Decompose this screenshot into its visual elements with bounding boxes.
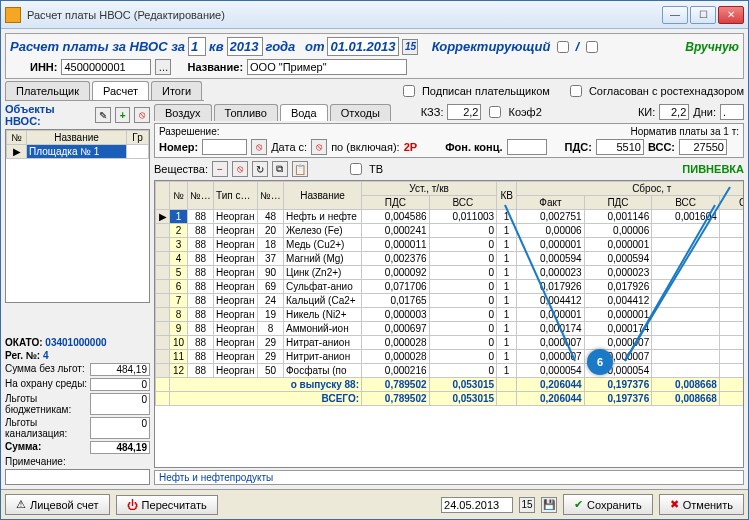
inn-input[interactable] — [61, 59, 151, 75]
cross-icon: ✖ — [670, 498, 679, 511]
pds-input[interactable] — [596, 139, 644, 155]
recalc-button[interactable]: ⏻Пересчитать — [116, 495, 218, 515]
permit-clear-icon[interactable]: ⦸ — [251, 139, 267, 155]
grid-row[interactable]: 288Неорган20Железо (Fe)0,000241010,00006… — [156, 224, 745, 238]
permit-number-input[interactable] — [202, 139, 247, 155]
account-button[interactable]: ⚠Лицевой счет — [5, 494, 110, 515]
grid-row[interactable]: 1288Неорган50Фосфаты (по0,000216010,0000… — [156, 364, 745, 378]
vss-label: ВСС: — [648, 141, 675, 153]
grid-row[interactable]: 988Неорган8Аммоний-ион0,000697010,000174… — [156, 322, 745, 336]
ohr-label: На охрану среды: — [5, 378, 87, 391]
from-label: от — [305, 39, 325, 54]
cancel-button[interactable]: ✖Отменить — [659, 494, 744, 515]
annotation-badge: 6 — [587, 349, 613, 375]
ki-input[interactable] — [659, 104, 689, 120]
kz-label: КЗЗ: — [421, 106, 444, 118]
date-picker-icon[interactable]: 15 — [402, 39, 418, 55]
quarter-unit: кв — [209, 39, 223, 54]
koef2-checkbox[interactable] — [489, 106, 501, 118]
date-to-label: по (включая): — [331, 141, 400, 153]
grid-footer-note: Нефть и нефтепродукты — [154, 470, 744, 485]
pds-label: ПДС: — [565, 141, 592, 153]
dni-label: Дни: — [693, 106, 716, 118]
sub-paste-icon[interactable]: 📋 — [292, 161, 308, 177]
correcting-checkbox-2[interactable] — [586, 41, 598, 53]
objects-label: Объекты НВОС: — [5, 103, 91, 127]
permit-number-label: Номер: — [159, 141, 198, 153]
correcting-label: Корректирующий — [432, 39, 551, 54]
col-gr: Гр — [127, 131, 149, 145]
sub-tab-3[interactable]: Отходы — [330, 104, 391, 121]
grid-row[interactable]: 1188Неорган29Нитрит-анион0,000028010,000… — [156, 350, 745, 364]
grid-row[interactable]: 588Неорган90Цинк (Zn2+)0,000092010,00002… — [156, 266, 745, 280]
grid-row[interactable]: 888Неорган19Никель (Ni2+0,000003010,0000… — [156, 308, 745, 322]
close-button[interactable]: ✕ — [718, 6, 744, 24]
lgb-label: Льготы бюджетникам: — [5, 393, 90, 415]
agreed-checkbox[interactable] — [570, 85, 582, 97]
objects-grid[interactable]: № Название Гр ▶ Площадка № 1 — [5, 129, 150, 303]
sub-refresh-icon[interactable]: ↻ — [252, 161, 268, 177]
lgk-value: 0 — [90, 417, 150, 439]
from-date-input[interactable] — [327, 37, 399, 56]
objects-del-icon[interactable]: ⦸ — [134, 107, 150, 123]
main-tab-1[interactable]: Расчет — [92, 81, 149, 100]
manual-label: Вручную — [685, 40, 739, 54]
sub-remove-icon[interactable]: − — [212, 161, 228, 177]
okato-value: 03401000000 — [45, 337, 106, 348]
grid-row[interactable]: 488Неорган37Магний (Mg)0,002376010,00059… — [156, 252, 745, 266]
footer-date-picker-icon[interactable]: 15 — [519, 497, 535, 513]
sub-tab-2[interactable]: Вода — [280, 104, 328, 121]
save-button[interactable]: ✔Сохранить — [563, 494, 653, 515]
year-input[interactable] — [227, 37, 263, 56]
minimize-button[interactable]: — — [662, 6, 688, 24]
sub-tab-0[interactable]: Воздух — [154, 104, 212, 121]
main-tab-2[interactable]: Итоги — [151, 81, 202, 100]
correcting-checkbox[interactable] — [557, 41, 569, 53]
objects-add-icon[interactable]: + — [115, 107, 131, 123]
kz-input[interactable] — [447, 104, 481, 120]
company-name-input[interactable] — [247, 59, 407, 75]
col-name: Название — [27, 131, 127, 145]
sum-label: Сумма: — [5, 441, 41, 454]
tv-label: ТВ — [369, 163, 383, 175]
sub-copy-icon[interactable]: ⧉ — [272, 161, 288, 177]
inn-lookup-button[interactable]: … — [155, 59, 171, 75]
maximize-button[interactable]: ☐ — [690, 6, 716, 24]
inn-label: ИНН: — [30, 61, 57, 73]
perm-label: Разрешение: — [159, 126, 220, 137]
grid-row[interactable]: 688Неорган69Сульфат-анио0,071706010,0179… — [156, 280, 745, 294]
norm-label: Норматив платы за 1 т: — [630, 126, 739, 137]
footer-date-input[interactable] — [441, 497, 513, 513]
objects-edit-icon[interactable]: ✎ — [95, 107, 111, 123]
lgb-value: 0 — [90, 393, 150, 415]
sub-ban-icon[interactable]: ⦸ — [232, 161, 248, 177]
sub-tabs: ВоздухТопливоВодаОтходы — [154, 104, 393, 121]
sum-value: 484,19 — [90, 441, 150, 454]
header-prefix: Расчет платы за НВОС за — [10, 39, 185, 54]
fon-label: Фон. конц. — [445, 141, 502, 153]
vss-input[interactable] — [679, 139, 727, 155]
fon-input[interactable] — [507, 139, 547, 155]
power-icon: ⏻ — [127, 499, 138, 511]
substances-grid[interactable]: №№ выпТип сброса№ вещНазваниеУст., т/квК… — [154, 180, 744, 468]
save-disk-icon[interactable]: 💾 — [541, 497, 557, 513]
date-from-clear-icon[interactable]: ⦸ — [311, 139, 327, 155]
quarter-input[interactable] — [188, 37, 206, 56]
signed-checkbox[interactable] — [403, 85, 415, 97]
tv-checkbox[interactable] — [350, 163, 362, 175]
grid-row[interactable]: ▶188Неорган48Нефть и нефте0,0045860,0110… — [156, 210, 745, 224]
grid-row[interactable]: 1088Неорган29Нитрат-анион0,000028010,000… — [156, 336, 745, 350]
note-input[interactable] — [5, 469, 150, 485]
objects-row[interactable]: ▶ Площадка № 1 — [7, 145, 149, 159]
sub-tab-1[interactable]: Топливо — [214, 104, 278, 121]
main-tab-0[interactable]: Плательщик — [5, 81, 90, 100]
ohr-value: 0 — [90, 378, 150, 391]
date-from-label: Дата с: — [271, 141, 307, 153]
dni-input[interactable] — [720, 104, 744, 120]
note-label: Примечание: — [5, 456, 150, 467]
grid-row[interactable]: 388Неорган18Медь (Cu2+)0,000011010,00000… — [156, 238, 745, 252]
year-unit: года — [266, 39, 296, 54]
reg-value: 4 — [43, 350, 49, 361]
grid-row[interactable]: 788Неорган24Кальций (Ca2+0,01765010,0044… — [156, 294, 745, 308]
name-label: Название: — [187, 61, 243, 73]
